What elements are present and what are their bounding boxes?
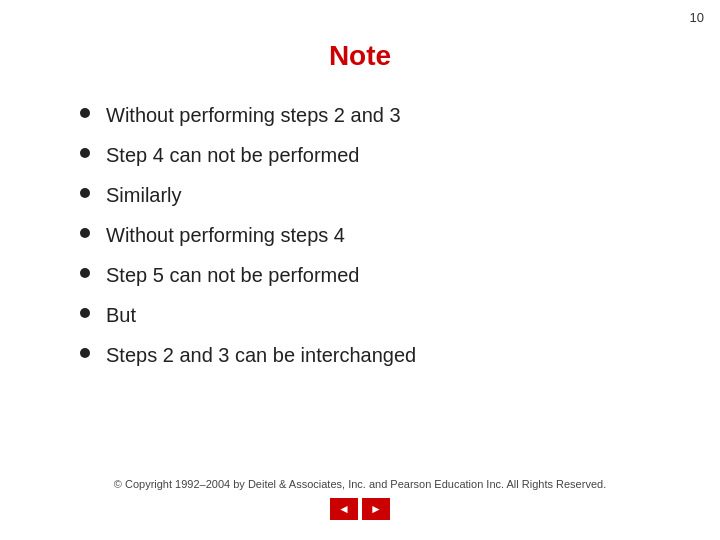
bullet-dot-icon bbox=[80, 188, 90, 198]
footer: © Copyright 1992–2004 by Deitel & Associ… bbox=[0, 478, 720, 520]
bullet-dot-icon bbox=[80, 268, 90, 278]
bullet-dot-icon bbox=[80, 348, 90, 358]
footer-copyright: © Copyright 1992–2004 by Deitel & Associ… bbox=[0, 478, 720, 490]
next-button[interactable]: ► bbox=[362, 498, 390, 520]
slide: 10 Note Without performing steps 2 and 3… bbox=[0, 0, 720, 540]
list-item-text: Without performing steps 2 and 3 bbox=[106, 102, 401, 128]
page-number: 10 bbox=[690, 10, 704, 25]
list-item-text: Similarly bbox=[106, 182, 182, 208]
nav-buttons: ◄ ► bbox=[0, 498, 720, 520]
list-item-text: Without performing steps 4 bbox=[106, 222, 345, 248]
prev-arrow-icon: ◄ bbox=[338, 503, 350, 515]
list-item-text: But bbox=[106, 302, 136, 328]
list-item: Similarly bbox=[80, 182, 660, 208]
bullet-dot-icon bbox=[80, 148, 90, 158]
list-item: Steps 2 and 3 can be interchanged bbox=[80, 342, 660, 368]
list-item: Step 5 can not be performed bbox=[80, 262, 660, 288]
list-item: But bbox=[80, 302, 660, 328]
list-item: Step 4 can not be performed bbox=[80, 142, 660, 168]
list-item-text: Step 5 can not be performed bbox=[106, 262, 360, 288]
bullet-dot-icon bbox=[80, 308, 90, 318]
slide-title: Note bbox=[60, 40, 660, 72]
prev-button[interactable]: ◄ bbox=[330, 498, 358, 520]
list-item: Without performing steps 2 and 3 bbox=[80, 102, 660, 128]
list-item-text: Steps 2 and 3 can be interchanged bbox=[106, 342, 416, 368]
bullet-list: Without performing steps 2 and 3Step 4 c… bbox=[80, 102, 660, 368]
next-arrow-icon: ► bbox=[370, 503, 382, 515]
bullet-dot-icon bbox=[80, 108, 90, 118]
list-item: Without performing steps 4 bbox=[80, 222, 660, 248]
list-item-text: Step 4 can not be performed bbox=[106, 142, 360, 168]
bullet-dot-icon bbox=[80, 228, 90, 238]
